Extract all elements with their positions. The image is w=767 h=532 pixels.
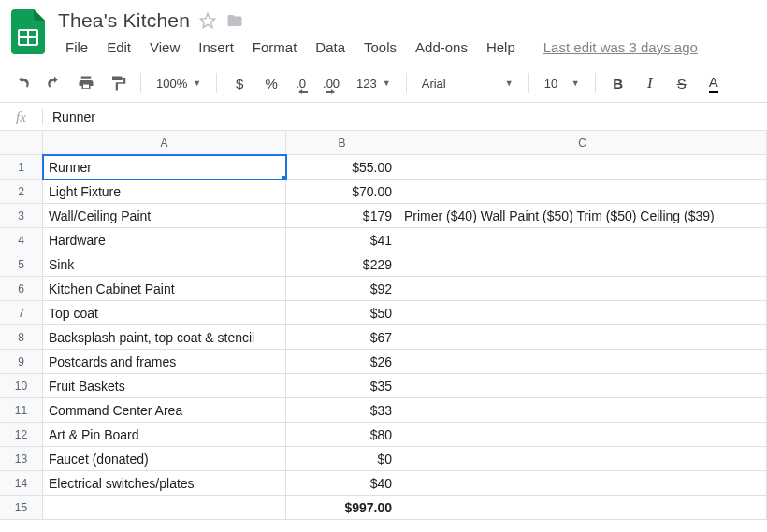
cell[interactable]: $33 <box>286 398 398 423</box>
redo-button[interactable] <box>41 70 67 96</box>
cell[interactable]: $80 <box>286 423 398 447</box>
cell[interactable]: $997.00 <box>286 496 398 520</box>
chevron-down-icon: ▼ <box>505 79 514 88</box>
cell[interactable]: Postcards and frames <box>43 350 286 374</box>
menu-help[interactable]: Help <box>479 36 523 59</box>
font-size-select[interactable]: 10▼ <box>539 70 586 96</box>
star-icon[interactable] <box>199 12 216 29</box>
format-percent-button[interactable]: % <box>258 70 284 96</box>
row-header[interactable]: 5 <box>0 252 43 277</box>
spreadsheet-grid[interactable]: A B C 1Runner$55.002Light Fixture$70.003… <box>0 131 767 520</box>
cell[interactable]: Hardware <box>43 228 286 252</box>
cell[interactable]: $55.00 <box>286 155 398 180</box>
cell[interactable] <box>398 398 767 423</box>
row-header[interactable]: 4 <box>0 228 43 252</box>
increase-decimal-button[interactable]: .00 <box>317 70 345 96</box>
formula-input[interactable] <box>43 109 767 124</box>
cell[interactable] <box>398 180 767 204</box>
cell[interactable]: $70.00 <box>286 180 398 204</box>
cell[interactable] <box>398 447 767 471</box>
sheets-app-icon[interactable] <box>9 7 47 56</box>
menu-tools[interactable]: Tools <box>356 36 404 59</box>
menu-addons[interactable]: Add-ons <box>408 36 475 59</box>
cell[interactable]: Kitchen Cabinet Paint <box>43 277 286 301</box>
cell[interactable]: Light Fixture <box>43 180 286 204</box>
row-header[interactable]: 1 <box>0 155 43 180</box>
cell[interactable]: Primer ($40) Wall Paint ($50) Trim ($50)… <box>398 204 767 228</box>
row-header[interactable]: 11 <box>0 398 43 423</box>
cell[interactable] <box>43 496 286 520</box>
cell[interactable] <box>398 252 767 277</box>
cell[interactable]: $26 <box>286 350 398 374</box>
cell[interactable]: $92 <box>286 277 398 301</box>
col-header-a[interactable]: A <box>43 131 286 155</box>
row-header[interactable]: 14 <box>0 471 43 496</box>
cell[interactable]: Sink <box>43 252 286 277</box>
cell[interactable] <box>398 471 767 496</box>
row-header[interactable]: 8 <box>0 325 43 350</box>
cell[interactable]: Electrical switches/plates <box>43 471 286 496</box>
text-color-button[interactable]: A <box>701 70 727 96</box>
row-header[interactable]: 10 <box>0 374 43 398</box>
cell[interactable]: $229 <box>286 252 398 277</box>
cell[interactable]: Runner <box>43 155 286 180</box>
formula-bar: fx <box>0 103 767 131</box>
doc-title[interactable]: Thea's Kitchen <box>58 9 190 32</box>
paint-format-button[interactable] <box>105 70 131 96</box>
cell[interactable]: Command Center Area <box>43 398 286 423</box>
cell[interactable]: $35 <box>286 374 398 398</box>
bold-button[interactable]: B <box>605 70 631 96</box>
cell[interactable]: Top coat <box>43 301 286 325</box>
cell[interactable] <box>398 228 767 252</box>
cell[interactable] <box>398 423 767 447</box>
menu-format[interactable]: Format <box>245 36 305 59</box>
cell[interactable]: $67 <box>286 325 398 350</box>
italic-button[interactable]: I <box>637 70 663 96</box>
cell[interactable] <box>398 374 767 398</box>
row-header[interactable]: 2 <box>0 180 43 204</box>
row-header[interactable]: 6 <box>0 277 43 301</box>
cell[interactable] <box>398 301 767 325</box>
separator <box>216 73 217 93</box>
font-select[interactable]: Arial▼ <box>416 70 519 96</box>
last-edit-link[interactable]: Last edit was 3 days ago <box>543 39 698 55</box>
col-header-b[interactable]: B <box>286 131 398 155</box>
cell[interactable]: Faucet (donated) <box>43 447 286 471</box>
menu-data[interactable]: Data <box>308 36 353 59</box>
cell[interactable]: Wall/Ceiling Paint <box>43 204 286 228</box>
cell[interactable]: Fruit Baskets <box>43 374 286 398</box>
cell[interactable]: $41 <box>286 228 398 252</box>
cell[interactable]: Backsplash paint, top coat & stencil <box>43 325 286 350</box>
folder-icon[interactable] <box>225 12 244 29</box>
row-header[interactable]: 7 <box>0 301 43 325</box>
cell[interactable] <box>398 350 767 374</box>
row-header[interactable]: 15 <box>0 496 43 520</box>
cell[interactable] <box>398 325 767 350</box>
row-header[interactable]: 12 <box>0 423 43 447</box>
zoom-select[interactable]: 100%▼ <box>151 70 207 96</box>
more-formats-button[interactable]: 123▼ <box>351 70 397 96</box>
cell[interactable] <box>398 155 767 180</box>
cell[interactable]: $179 <box>286 204 398 228</box>
row-header[interactable]: 9 <box>0 350 43 374</box>
menu-file[interactable]: File <box>58 36 95 59</box>
cell[interactable]: $50 <box>286 301 398 325</box>
undo-button[interactable] <box>9 70 36 96</box>
strikethrough-button[interactable]: S <box>669 70 695 96</box>
cell[interactable]: Art & Pin Board <box>43 423 286 447</box>
cell[interactable] <box>398 277 767 301</box>
cell[interactable] <box>398 496 767 520</box>
select-all-corner[interactable] <box>0 131 43 155</box>
col-header-c[interactable]: C <box>398 131 767 155</box>
cell[interactable]: $0 <box>286 447 398 471</box>
menu-edit[interactable]: Edit <box>99 36 138 59</box>
format-currency-button[interactable]: $ <box>226 70 253 96</box>
print-button[interactable] <box>73 70 99 96</box>
row-header[interactable]: 13 <box>0 447 43 471</box>
menu-insert[interactable]: Insert <box>191 36 241 59</box>
row-header[interactable]: 3 <box>0 204 43 228</box>
chevron-down-icon: ▼ <box>572 79 580 88</box>
menu-view[interactable]: View <box>142 36 187 59</box>
cell[interactable]: $40 <box>286 471 398 496</box>
decrease-decimal-button[interactable]: .0 <box>290 70 311 96</box>
